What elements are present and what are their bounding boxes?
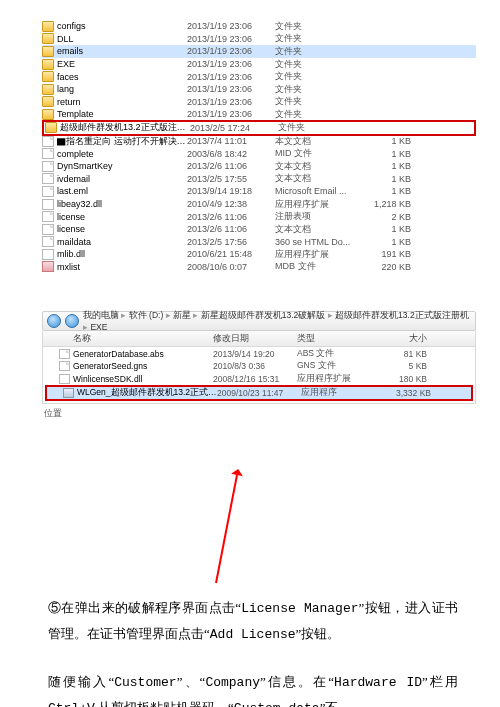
file-size: 180 KB bbox=[387, 374, 427, 384]
file-icon bbox=[42, 173, 54, 184]
file-row[interactable]: mxlist2008/10/6 0:07MDB 文件220 KB bbox=[42, 261, 476, 274]
file-date: 2013/1/19 23:06 bbox=[187, 46, 275, 56]
file-name: mxlist bbox=[57, 262, 187, 272]
instruction-step-5: ⑤在弹出来的破解程序界面点击“License Manager”按钮，进入证书管理… bbox=[48, 595, 458, 647]
file-date: 2013/9/14 19:18 bbox=[187, 186, 275, 196]
file-icon bbox=[42, 161, 54, 172]
sub-file-list: GeneratorDatabase.abs2013/9/14 19:20ABS … bbox=[42, 347, 476, 404]
file-icon bbox=[59, 361, 70, 371]
file-row[interactable]: last.eml2013/9/14 19:18Microsoft Email .… bbox=[42, 185, 476, 198]
file-name: complete bbox=[57, 149, 187, 159]
file-row[interactable]: lang2013/1/19 23:06文件夹 bbox=[42, 83, 476, 96]
file-row[interactable]: libeay32.dll2010/4/9 12:38应用程序扩展1,218 KB bbox=[42, 198, 476, 211]
file-type: 文件夹 bbox=[275, 83, 365, 96]
breadcrumb-bar[interactable]: 我的电脑 ▸ 软件 (D:) ▸ 新星 ▸ 新星超级邮件群发机13.2破解版 ▸… bbox=[42, 311, 476, 331]
file-size: 5 KB bbox=[387, 361, 427, 371]
file-row[interactable]: EXE2013/1/19 23:06文件夹 bbox=[42, 58, 476, 71]
file-name: license bbox=[57, 212, 187, 222]
file-type: 文件夹 bbox=[275, 20, 365, 33]
file-size: 2 KB bbox=[365, 212, 411, 222]
file-type: 文件夹 bbox=[275, 32, 365, 45]
file-date: 2008/12/16 15:31 bbox=[213, 374, 297, 384]
file-name: GeneratorSeed.gns bbox=[73, 361, 213, 371]
file-size: 81 KB bbox=[387, 349, 427, 359]
file-name: faces bbox=[57, 72, 187, 82]
file-type: 本文文档 bbox=[275, 135, 365, 148]
file-icon bbox=[42, 46, 54, 57]
file-name: WLGen_超级邮件群发机13.2正式版注册机 bbox=[77, 387, 217, 399]
breadcrumb[interactable]: 我的电脑 ▸ 软件 (D:) ▸ 新星 ▸ 新星超级邮件群发机13.2破解版 ▸… bbox=[83, 310, 471, 332]
nav-fwd-icon[interactable] bbox=[65, 314, 79, 328]
file-name: WinlicenseSDK.dll bbox=[73, 374, 213, 384]
file-row[interactable]: maildata2013/2/5 17:56360 se HTML Do...1… bbox=[42, 236, 476, 249]
nav-back-icon[interactable] bbox=[47, 314, 61, 328]
file-row[interactable]: license2013/2/6 11:06注册表项2 KB bbox=[42, 210, 476, 223]
file-date: 2010/8/3 0:36 bbox=[213, 361, 297, 371]
file-type: 应用程序扩展 bbox=[297, 373, 387, 385]
file-icon bbox=[59, 349, 70, 359]
file-size: 1 KB bbox=[365, 174, 411, 184]
file-icon bbox=[42, 261, 54, 272]
file-row[interactable]: license2013/2/6 11:06文本文档1 KB bbox=[42, 223, 476, 236]
file-row[interactable]: ivdemail2013/2/5 17:55文本文档1 KB bbox=[42, 173, 476, 186]
file-icon bbox=[42, 84, 54, 95]
file-icon bbox=[42, 96, 54, 107]
column-header[interactable]: 名称 修改日期 类型 大小 bbox=[42, 331, 476, 347]
col-date[interactable]: 修改日期 bbox=[213, 333, 297, 345]
file-type: MDB 文件 bbox=[275, 260, 365, 273]
file-row[interactable]: return2013/1/19 23:06文件夹 bbox=[42, 96, 476, 109]
col-type[interactable]: 类型 bbox=[297, 333, 387, 345]
file-date: 2010/6/21 15:48 bbox=[187, 249, 275, 259]
file-type: Microsoft Email ... bbox=[275, 186, 365, 196]
file-type: 应用程序 bbox=[301, 387, 391, 399]
file-name: ivdemail bbox=[57, 174, 187, 184]
file-row[interactable]: GeneratorSeed.gns2010/8/3 0:36GNS 文件5 KB bbox=[43, 360, 475, 373]
file-row[interactable]: mlib.dll2010/6/21 15:48应用程序扩展191 KB bbox=[42, 248, 476, 261]
highlighted-exe-row[interactable]: WLGen_超级邮件群发机13.2正式版注册机 2009/10/23 11:47… bbox=[45, 385, 473, 401]
file-name: license bbox=[57, 224, 187, 234]
file-row[interactable]: GeneratorDatabase.abs2013/9/14 19:20ABS … bbox=[43, 347, 475, 360]
file-row[interactable]: WinlicenseSDK.dll2008/12/16 15:31应用程序扩展1… bbox=[43, 372, 475, 385]
file-date: 2013/2/6 11:06 bbox=[187, 224, 275, 234]
file-date: 2009/10/23 11:47 bbox=[217, 388, 301, 398]
file-name: DLL bbox=[57, 34, 187, 44]
file-type: 文本文档 bbox=[275, 172, 365, 185]
highlighted-folder-row[interactable]: 超级邮件群发机13.2正式版注册机 2013/2/5 17:24 文件夹 bbox=[42, 120, 476, 136]
file-row[interactable]: emails2013/1/19 23:06文件夹 bbox=[42, 45, 476, 58]
file-date: 2013/1/19 23:06 bbox=[187, 34, 275, 44]
file-date: 2013/2/5 17:55 bbox=[187, 174, 275, 184]
file-icon bbox=[42, 199, 54, 210]
file-size: 1 KB bbox=[365, 136, 411, 146]
file-type: 文件夹 bbox=[275, 45, 365, 58]
file-row[interactable]: ▇指名重定向 运动打不开解决办法2013/7/4 11:01本文文档1 KB bbox=[42, 135, 476, 148]
file-type: 文件夹 bbox=[275, 70, 365, 83]
file-name: GeneratorDatabase.abs bbox=[73, 349, 213, 359]
file-date: 2013/9/14 19:20 bbox=[213, 349, 297, 359]
file-type: 文件夹 bbox=[275, 108, 365, 121]
file-row[interactable]: complete2003/6/8 18:42MID 文件1 KB bbox=[42, 147, 476, 160]
location-label: 位置 bbox=[42, 404, 476, 420]
file-size: 220 KB bbox=[365, 262, 411, 272]
col-name[interactable]: 名称 bbox=[43, 333, 213, 345]
file-type: 应用程序扩展 bbox=[275, 248, 365, 261]
folder-icon bbox=[45, 122, 57, 133]
file-row[interactable]: configs2013/1/19 23:06文件夹 bbox=[42, 20, 476, 33]
col-size[interactable]: 大小 bbox=[387, 333, 427, 345]
file-row[interactable]: faces2013/1/19 23:06文件夹 bbox=[42, 70, 476, 83]
file-name: last.eml bbox=[57, 186, 187, 196]
top-file-list: configs2013/1/19 23:06文件夹DLL2013/1/19 23… bbox=[42, 20, 476, 273]
file-date: 2013/2/6 11:06 bbox=[187, 212, 275, 222]
exe-icon bbox=[63, 388, 74, 398]
file-size: 1 KB bbox=[365, 149, 411, 159]
file-size: 3,332 KB bbox=[391, 388, 431, 398]
file-row[interactable]: DynSmartKey2013/2/6 11:06文本文档1 KB bbox=[42, 160, 476, 173]
file-icon bbox=[42, 21, 54, 32]
file-name: libeay32.dll bbox=[57, 199, 187, 209]
file-name: Template bbox=[57, 109, 187, 119]
file-type: 文件夹 bbox=[275, 58, 365, 71]
file-date: 2013/1/19 23:06 bbox=[187, 97, 275, 107]
file-type: MID 文件 bbox=[275, 147, 365, 160]
file-date: 2013/2/5 17:56 bbox=[187, 237, 275, 247]
file-row[interactable]: DLL2013/1/19 23:06文件夹 bbox=[42, 33, 476, 46]
file-date: 2003/6/8 18:42 bbox=[187, 149, 275, 159]
